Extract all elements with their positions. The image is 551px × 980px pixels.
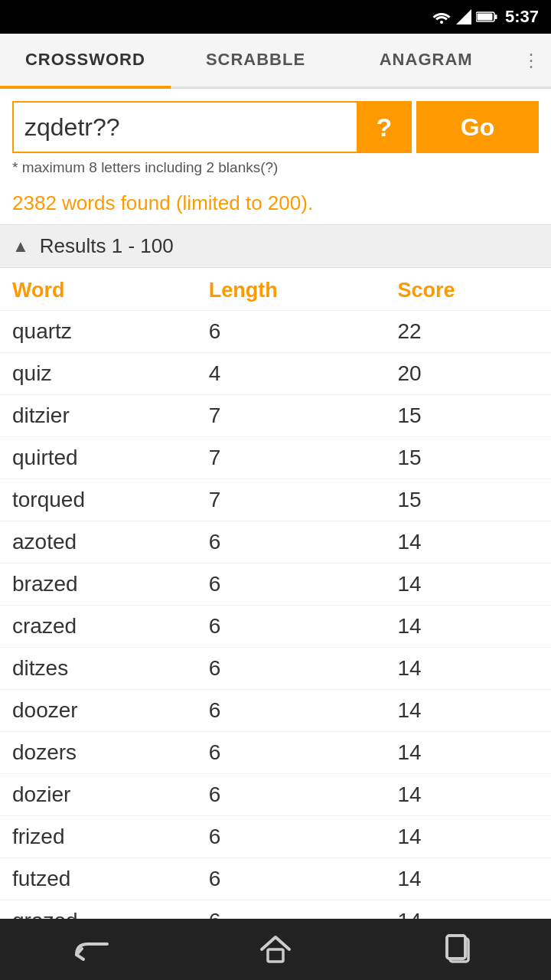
word-cell: doozer	[0, 690, 197, 732]
length-cell: 6	[197, 816, 386, 858]
home-button[interactable]	[245, 930, 306, 969]
length-cell: 6	[197, 732, 386, 774]
go-button[interactable]: Go	[416, 101, 539, 153]
length-cell: 6	[197, 774, 386, 816]
tab-bar: CROSSWORD SCRABBLE ANAGRAM ⋮	[0, 34, 551, 89]
score-cell: 14	[386, 648, 551, 690]
status-bar: 5:37	[0, 0, 551, 34]
col-header-length: Length	[197, 268, 386, 311]
table-row[interactable]: azoted614	[0, 521, 551, 564]
table-row[interactable]: quirted715	[0, 437, 551, 479]
status-icons: 5:37	[432, 7, 539, 27]
score-cell: 20	[386, 353, 551, 395]
length-cell: 7	[197, 395, 386, 437]
table-row[interactable]: ditzier715	[0, 395, 551, 437]
length-cell: 6	[197, 521, 386, 564]
question-button[interactable]: ?	[357, 101, 412, 153]
word-cell: azoted	[0, 521, 197, 564]
col-header-score: Score	[386, 268, 551, 311]
back-button[interactable]	[61, 930, 122, 969]
svg-rect-4	[494, 15, 497, 19]
word-cell: quirted	[0, 437, 197, 479]
table-row[interactable]: quartz622	[0, 311, 551, 353]
tab-crossword[interactable]: CROSSWORD	[0, 34, 171, 89]
table-row[interactable]: frized614	[0, 816, 551, 858]
score-cell: 14	[386, 564, 551, 606]
score-cell: 14	[386, 774, 551, 816]
length-cell: 6	[197, 690, 386, 732]
score-cell: 14	[386, 732, 551, 774]
wifi-icon	[432, 9, 452, 24]
search-input[interactable]	[12, 101, 357, 153]
word-table: Word Length Score quartz622quiz420ditzie…	[0, 268, 551, 980]
table-row[interactable]: dozier614	[0, 774, 551, 816]
svg-rect-7	[447, 936, 465, 959]
table-header-row: Word Length Score	[0, 268, 551, 311]
length-cell: 6	[197, 606, 386, 648]
search-row: ? Go	[12, 101, 539, 153]
score-cell: 14	[386, 858, 551, 900]
recents-button[interactable]	[429, 930, 490, 969]
score-cell: 14	[386, 690, 551, 732]
table-row[interactable]: quiz420	[0, 353, 551, 395]
time-display: 5:37	[505, 7, 539, 27]
collapse-icon[interactable]: ▲	[12, 237, 29, 256]
word-cell: frized	[0, 816, 197, 858]
tab-menu-button[interactable]: ⋮	[511, 34, 551, 87]
signal-icon	[456, 9, 471, 24]
tab-scrabble[interactable]: SCRABBLE	[171, 34, 341, 89]
results-header: ▲ Results 1 - 100	[0, 225, 551, 268]
score-cell: 14	[386, 816, 551, 858]
length-cell: 7	[197, 479, 386, 521]
score-cell: 14	[386, 606, 551, 648]
score-cell: 14	[386, 521, 551, 564]
table-row[interactable]: torqued715	[0, 479, 551, 521]
svg-point-0	[440, 21, 443, 24]
word-cell: dozers	[0, 732, 197, 774]
tab-anagram[interactable]: ANAGRAM	[341, 34, 511, 89]
table-row[interactable]: dozers614	[0, 732, 551, 774]
battery-icon	[476, 11, 497, 23]
bottom-nav	[0, 919, 551, 980]
length-cell: 6	[197, 311, 386, 353]
word-cell: torqued	[0, 479, 197, 521]
length-cell: 6	[197, 564, 386, 606]
word-cell: futzed	[0, 858, 197, 900]
word-table-container: Word Length Score quartz622quiz420ditzie…	[0, 268, 551, 980]
table-row[interactable]: doozer614	[0, 690, 551, 732]
results-count: 2382 words found (limited to 200).	[0, 182, 551, 225]
word-cell: ditzier	[0, 395, 197, 437]
table-row[interactable]: brazed614	[0, 564, 551, 606]
length-cell: 4	[197, 353, 386, 395]
word-cell: quiz	[0, 353, 197, 395]
table-row[interactable]: crazed614	[0, 606, 551, 648]
word-cell: crazed	[0, 606, 197, 648]
length-cell: 7	[197, 437, 386, 479]
word-cell: quartz	[0, 311, 197, 353]
length-cell: 6	[197, 858, 386, 900]
table-row[interactable]: futzed614	[0, 858, 551, 900]
search-area: ? Go * maximum 8 letters including 2 bla…	[0, 89, 551, 182]
length-cell: 6	[197, 648, 386, 690]
table-row[interactable]: ditzes614	[0, 648, 551, 690]
svg-marker-1	[456, 9, 471, 24]
score-cell: 22	[386, 311, 551, 353]
word-cell: brazed	[0, 564, 197, 606]
word-cell: ditzes	[0, 648, 197, 690]
word-cell: dozier	[0, 774, 197, 816]
svg-rect-5	[268, 949, 283, 962]
hint-text: * maximum 8 letters including 2 blanks(?…	[12, 159, 539, 176]
score-cell: 15	[386, 437, 551, 479]
results-range-label: Results 1 - 100	[40, 234, 174, 258]
score-cell: 15	[386, 479, 551, 521]
svg-rect-3	[477, 14, 492, 21]
col-header-word: Word	[0, 268, 197, 311]
score-cell: 15	[386, 395, 551, 437]
